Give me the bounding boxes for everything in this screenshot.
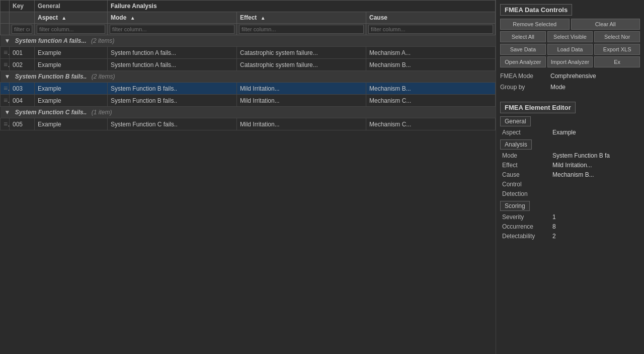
analysis-section: Analysis Mode System Function B fa Effec… [500,139,640,198]
filter-drag [1,24,10,35]
select-none-button[interactable]: Select Nor [594,31,640,42]
key-cell: 005 [10,118,35,130]
detectability-row: Detectability 2 [500,232,640,240]
effect-sort-icon[interactable]: ▲ [261,15,266,21]
key-cell: 001 [10,47,35,59]
filter-key [10,24,35,35]
group-by-row: Group by Mode [500,83,640,92]
group-count: (1 item) [92,109,112,116]
cause-cell: Mechanism C... [366,95,496,107]
load-data-button[interactable]: Load Data [547,44,593,55]
group-row-cell[interactable]: ▼ System function A fails... (2 items) [1,35,496,47]
table-row[interactable]: ≡ 003 Example System Function B fails.. … [1,83,496,95]
group-row-cell[interactable]: ▼ System Function C fails.. (1 item) [1,107,496,118]
analysis-section-title[interactable]: Analysis [500,139,532,150]
table-row[interactable]: ≡ 002 Example System function A fails...… [1,59,496,71]
key-cell: 002 [10,59,35,71]
cause-cell: Mechanism A... [366,47,496,59]
table-row[interactable]: ≡ 005 Example System Function C fails.. … [1,118,496,130]
mode-col-header[interactable]: Mode ▲ [108,12,237,24]
aspect-col-header[interactable]: Aspect ▲ [35,12,108,24]
drag-dots-icon: ≡ [4,120,10,128]
select-all-button[interactable]: Select All [500,31,546,42]
effect-col-header[interactable]: Effect ▲ [237,12,366,24]
group-toggle-icon[interactable]: ▼ [5,37,11,44]
group-label: System Function B fails.. [15,73,87,80]
mode-field-value: System Function B fa [552,152,638,159]
filter-effect [237,24,366,35]
drag-handle[interactable]: ≡ [1,118,10,130]
aspect-cell: Example [35,118,108,130]
general-section-title[interactable]: General [500,116,531,126]
drag-handle[interactable]: ≡ [1,95,10,107]
cause-cell: Mechanism C... [366,118,496,130]
group-by-value: Mode [550,84,566,91]
detectability-field-label: Detectability [502,233,552,240]
aspect-cell: Example [35,83,108,95]
cause-row: Cause Mechanism B... [500,171,640,179]
control-row: Control [500,180,640,188]
aspect-cell: Example [35,47,108,59]
group-toggle-icon[interactable]: ▼ [5,73,11,80]
cause-col-header[interactable]: Cause [366,12,496,24]
aspect-field-value: Example [552,129,638,136]
effect-row: Effect Mild Irritation... [500,161,640,169]
effect-cell: Catastrophic system failure... [237,47,366,59]
scoring-section-title[interactable]: Scoring [500,201,530,211]
aspect-row: Aspect Example [500,128,640,136]
fmea-data-controls: FMEA Data Controls Remove Selected Clear… [500,4,640,94]
group-row-cell[interactable]: ▼ System Function B fails.. (2 items) [1,71,496,83]
filter-cause-input[interactable] [368,25,493,34]
severity-field-value: 1 [552,214,638,221]
filter-cause [366,24,496,35]
filter-mode-input[interactable] [110,25,234,34]
aspect-field-label: Aspect [502,129,552,136]
effect-field-label: Effect [502,162,552,169]
save-data-button[interactable]: Save Data [500,44,546,55]
effect-label: Effect [240,14,257,21]
occurrence-field-value: 8 [552,223,638,230]
general-section: General Aspect Example [500,116,640,136]
export-xls-button[interactable]: Export XLS [594,44,640,55]
group-count: (2 items) [92,73,115,80]
key-col-subheader [10,12,35,24]
clear-all-button2[interactable]: Clear All [571,19,640,30]
group-label: System function A fails... [15,37,87,44]
import-analyzer-button[interactable]: Import Analyzer [547,56,593,67]
fmea-mode-row: FMEA Mode Comphrehensive [500,72,640,81]
mode-cell: System function A fails... [108,59,237,71]
filter-aspect [35,24,108,35]
mode-sort-icon[interactable]: ▲ [130,15,135,21]
select-visible-button[interactable]: Select Visible [547,31,593,42]
drag-dots-icon: ≡ [4,60,10,68]
mode-cell: System Function B fails.. [108,95,237,107]
remove-selected-button2[interactable]: Remove Selected [500,19,570,30]
ex-button[interactable]: Ex [594,56,640,67]
table-row[interactable]: ≡ 001 Example System function A fails...… [1,47,496,59]
filter-effect-input[interactable] [239,25,364,34]
open-analyzer-button[interactable]: Open Analyzer [500,56,546,67]
drag-col-header [1,1,10,12]
mode-cell: System Function C fails.. [108,118,237,130]
key-col-header[interactable]: Key [10,1,35,12]
effect-cell: Mild Irritation... [237,95,366,107]
fmea-mode-label: FMEA Mode [500,73,550,80]
drag-handle[interactable]: ≡ [1,83,10,95]
mode-field-label: Mode [502,152,552,159]
cause-cell: Mechanism B... [366,83,496,95]
table-row[interactable]: ≡ 004 Example System Function B fails.. … [1,95,496,107]
key-cell: 004 [10,95,35,107]
group-toggle-icon[interactable]: ▼ [5,109,11,116]
group-row: ▼ System Function B fails.. (2 items) [1,71,496,83]
drag-handle[interactable]: ≡ [1,47,10,59]
filter-key-input[interactable] [12,25,32,34]
aspect-cell: Example [35,95,108,107]
drag-dots-icon: ≡ [4,84,10,92]
mode-label: Mode [111,14,126,21]
aspect-sort-icon[interactable]: ▲ [61,15,66,21]
editor-title: FMEA Element Editor [500,102,576,113]
cause-field-value: Mechanism B... [552,171,638,178]
cause-field-label: Cause [502,171,552,178]
drag-handle[interactable]: ≡ [1,59,10,71]
filter-aspect-input[interactable] [37,25,105,34]
